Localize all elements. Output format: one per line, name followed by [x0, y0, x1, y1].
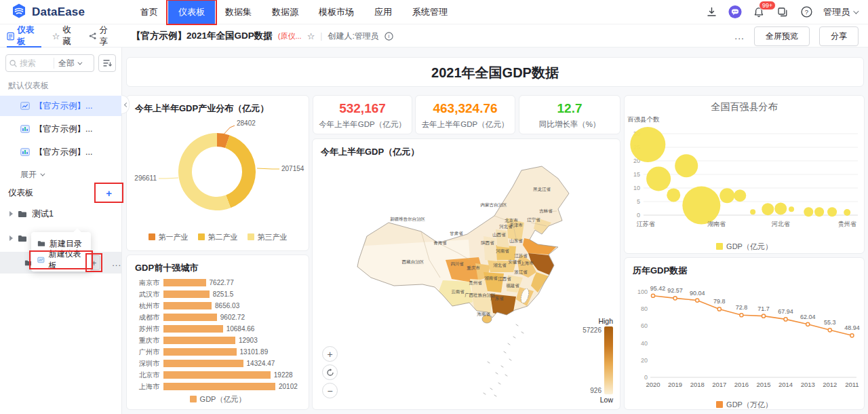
industry-donut-chart[interactable]: 28402207154296611 [127, 115, 309, 227]
brand-logo[interactable]: DataEase [11, 3, 119, 22]
province-label: 云南省 [451, 289, 465, 295]
main-nav-menu: 首页 仪表板 数据集 数据源 模板市场 应用 系统管理 [130, 0, 458, 24]
svg-text:2012: 2012 [823, 381, 837, 388]
sidebar-item-official-2[interactable]: 【官方示例】... [0, 119, 121, 139]
legend-item[interactable]: 第二产业 [198, 232, 238, 242]
svg-text:2016: 2016 [734, 381, 749, 388]
nav-item-home[interactable]: 首页 [130, 0, 168, 24]
bar[interactable] [163, 325, 223, 333]
china-choropleth-map[interactable]: 新疆维吾尔自治区青海省西藏自治区甘肃省内蒙古自治区黑龙江省吉林省辽宁省北京市天津… [313, 158, 620, 409]
fullscreen-preview-button[interactable]: 全屏预览 [754, 26, 810, 46]
tab-dashboard[interactable]: 仪表板 [7, 25, 41, 48]
bar[interactable] [163, 290, 210, 298]
legend-item[interactable]: 第三产业 [248, 232, 288, 242]
caret-right-icon[interactable] [9, 236, 13, 241]
bar-row: 南京市7622.77 [132, 277, 303, 288]
province-label: 河北省 [499, 224, 513, 229]
tab-favorite[interactable]: ☆ 收藏 [52, 25, 79, 48]
search-box[interactable]: 全部 [5, 54, 94, 72]
svg-text:0: 0 [637, 212, 640, 219]
nav-item-template-market[interactable]: 模板市场 [309, 0, 364, 24]
kpi-label: 今年上半年GDP（亿元） [313, 119, 412, 130]
notification-bell-icon[interactable]: 99+ [752, 5, 766, 19]
separator: | [320, 31, 322, 41]
add-dashboard-button[interactable]: + [106, 188, 112, 198]
map-title: 今年上半年GDP（亿元） [313, 139, 620, 158]
document-title: 【官方示例】2021年全国GDP数据 [132, 30, 273, 42]
svg-text:2015: 2015 [756, 381, 770, 388]
nav-item-application[interactable]: 应用 [364, 0, 402, 24]
caret-right-icon[interactable] [9, 211, 13, 217]
legend-item[interactable]: GDP（万亿） [716, 400, 772, 410]
tree-item-test1[interactable]: 测试1 [0, 203, 121, 225]
folder-icon [18, 235, 27, 242]
search-filter-select[interactable]: 全部 [54, 58, 81, 69]
document-icon [7, 32, 14, 41]
menu-item-new-dashboard[interactable]: 新建仪表板 [31, 252, 91, 268]
nav-item-datasource[interactable]: 数据源 [262, 0, 309, 24]
sidebar-item-official-1[interactable]: 【官方示例】... [0, 96, 121, 116]
map-zoom-out-button[interactable]: − [322, 383, 338, 398]
nav-item-dataset[interactable]: 数据集 [215, 0, 262, 24]
download-icon[interactable] [705, 5, 718, 19]
search-icon [9, 60, 17, 67]
legend-item[interactable]: GDP（亿元） [190, 394, 246, 404]
document-title-suffix: (原仪... [278, 31, 302, 41]
legend-item[interactable]: 第一产业 [149, 232, 189, 242]
share-button[interactable]: 分享 [819, 26, 859, 46]
province-label: 吉林省 [539, 208, 553, 214]
svg-text:2019: 2019 [668, 381, 682, 388]
row-more-button[interactable]: ... [112, 258, 121, 268]
search-input[interactable] [20, 58, 51, 68]
notification-badge: 99+ [759, 1, 776, 10]
province-label: 黑龙江省 [533, 187, 551, 192]
bar[interactable] [163, 279, 206, 286]
favorite-star-icon[interactable]: ☆ [307, 31, 315, 41]
secondary-toolbar: 仪表板 ☆ 收藏 分享 【官方示例】2021年全国GDP数据 (原仪... ☆ … [0, 25, 868, 48]
legend-high-label: High [598, 317, 613, 325]
gdp-history-line-chart[interactable]: 02040608010095.4292.5790.0479.872.871.76… [625, 277, 865, 395]
svg-text:48.94: 48.94 [844, 324, 860, 331]
copy-template-icon[interactable] [776, 5, 789, 19]
county-bubble-chart[interactable]: 051015202530百强县个数江苏省湖南省河北省贵州省 [625, 113, 865, 237]
bar-row: 苏州市10684.66 [132, 323, 303, 335]
province-label: 福建省 [506, 283, 519, 288]
svg-text:5: 5 [637, 198, 640, 205]
svg-text:95.42: 95.42 [650, 285, 666, 292]
more-button[interactable]: ... [734, 31, 745, 41]
bar[interactable] [163, 337, 235, 344]
province-label: 四川省 [450, 261, 464, 267]
user-menu[interactable]: 管理员 [823, 6, 857, 18]
bar[interactable] [163, 360, 243, 367]
sidebar-item-official-3[interactable]: 【官方示例】... [0, 142, 121, 162]
province-label: 湖北省 [493, 263, 507, 268]
province-label: 内蒙古自治区 [481, 202, 508, 208]
tab-share[interactable]: 分享 [89, 25, 115, 48]
nav-item-system[interactable]: 系统管理 [402, 0, 458, 24]
help-icon[interactable]: ? [800, 5, 813, 19]
bar-row: 武汉市8251.5 [132, 288, 303, 300]
bubble-legend: GDP（亿元） [625, 240, 864, 253]
bar[interactable] [163, 348, 237, 356]
top-navbar: DataEase 首页 仪表板 数据集 数据源 模板市场 应用 系统管理 99+… [0, 0, 868, 24]
info-icon[interactable]: i [384, 32, 393, 41]
bar[interactable] [163, 383, 275, 390]
svg-text:28402: 28402 [237, 119, 256, 127]
bar[interactable] [163, 371, 271, 379]
line-legend: GDP（万亿） [625, 398, 864, 410]
map-zoom-in-button[interactable]: + [322, 346, 338, 362]
bar[interactable] [163, 302, 212, 309]
svg-text:?: ? [804, 8, 808, 16]
expand-link[interactable]: 展开 [0, 165, 121, 186]
map-reset-button[interactable] [322, 364, 338, 380]
svg-text:河北省: 河北省 [772, 221, 790, 227]
sort-button[interactable] [98, 54, 116, 72]
message-icon[interactable] [728, 5, 742, 19]
star-icon: ☆ [52, 31, 60, 41]
bar[interactable] [163, 314, 217, 321]
svg-text:67.94: 67.94 [778, 308, 793, 315]
legend-item[interactable]: GDP（亿元） [716, 242, 772, 252]
bar-title: GDP前十强城市 [127, 255, 309, 274]
nav-item-dashboard[interactable]: 仪表板 [168, 0, 215, 24]
city-bar-chart[interactable]: 南京市7622.77武汉市8251.5杭州市8656.03成都市9602.72苏… [127, 274, 309, 392]
